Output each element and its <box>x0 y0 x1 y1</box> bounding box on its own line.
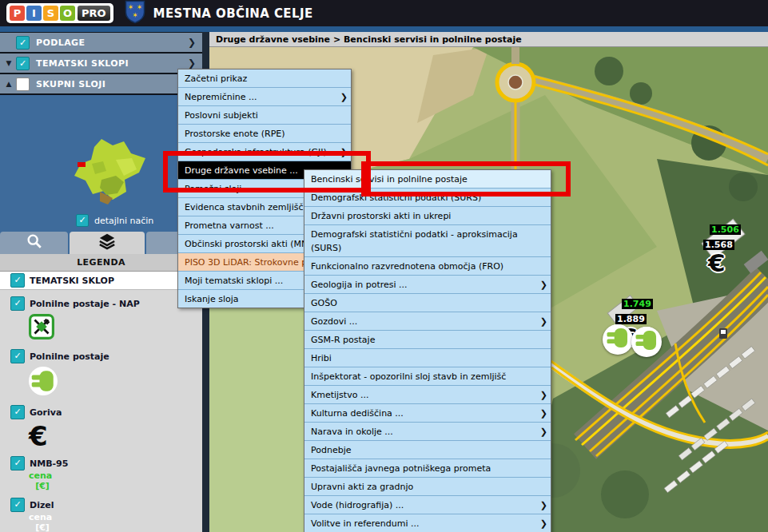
submenu-item[interactable]: Vode (hidrografija) ...❯ <box>304 496 551 514</box>
submenu-item[interactable]: Demografski statistični podatki (SURS) <box>304 189 551 207</box>
sidebar-tabs <box>0 232 202 254</box>
legend-item-row[interactable]: ✓Polnilne postaje <box>0 349 202 363</box>
svg-text:✶: ✶ <box>136 3 142 11</box>
submenu-item[interactable]: Funkcionalno razvrednotena območja (FRO) <box>304 257 551 276</box>
menu-item-label: Kulturna dediščina ... <box>311 408 404 419</box>
price-95: 1.506 <box>710 224 741 235</box>
expand-icon[interactable]: ▲ <box>2 80 16 88</box>
submenu-item[interactable]: GOŠO <box>304 294 551 312</box>
submenu-arrow-icon: ❯ <box>540 388 547 402</box>
layer-label: Dizel <box>30 500 54 510</box>
logo-letter-I: I <box>26 6 42 21</box>
legend-item-row[interactable]: ✓NMB-95 <box>0 456 202 470</box>
menu-item-label: Bencinski servisi in polnilne postaje <box>311 174 468 185</box>
submenu-item[interactable]: Podnebje <box>304 441 551 459</box>
submenu-item[interactable]: Državni prostorski akti in ukrepi <box>304 207 551 225</box>
section-label: PODLAGE <box>36 38 188 48</box>
submenu-item[interactable]: Postajališča javnega potniškega prometa <box>304 459 551 478</box>
menu-item-label: Občinski prostorski akti (MNVP) <box>185 239 323 249</box>
detail-mode-checkbox[interactable]: ✓ <box>76 214 89 227</box>
ev-plug-circle-icon <box>29 367 202 399</box>
tab-layers[interactable] <box>70 232 144 254</box>
submenu-item[interactable]: Geologija in potresi ...❯ <box>304 276 551 294</box>
detail-mode-toggle[interactable]: ✓ detajlni način <box>76 214 153 227</box>
price-top: 1.749 <box>622 295 653 310</box>
ev-charger-marker[interactable] <box>603 324 633 355</box>
layer-label: Polnilne postaje <box>30 351 109 362</box>
legend-item-row[interactable]: ✓Polnilne postaje - NAP <box>0 296 202 311</box>
chevron-right-icon: ❯ <box>188 37 196 48</box>
overview-map[interactable] <box>68 136 156 212</box>
submenu-arrow-icon: ❯ <box>540 278 547 292</box>
main-menu-item[interactable]: Gospodarska infrastruktura (GJI) ...❯ <box>178 143 351 161</box>
menu-item-label: Volitve in referendumi ... <box>311 518 420 529</box>
breadcrumb: Druge državne vsebine > Bencinski servis… <box>209 32 768 47</box>
submenu-item[interactable]: Kmetijstvo ...❯ <box>304 386 551 404</box>
legend-item: ✓Dizelcena[€] <box>0 498 202 532</box>
section-label: TEMATSKI SKLOPI <box>36 58 188 69</box>
submenu-item[interactable]: Hribi <box>304 349 551 367</box>
submenu-item[interactable]: Gozdovi ...❯ <box>304 312 551 331</box>
euro-marker-icon: € <box>708 251 741 275</box>
menu-item-label: Inšpektorat - opozorilni sloj stavb in z… <box>311 371 506 382</box>
menu-item-label: Narava in okolje ... <box>311 427 393 437</box>
layer-checkbox[interactable]: ✓ <box>10 498 25 512</box>
main-menu-item[interactable]: Poslovni subjekti <box>178 106 351 125</box>
legend-item: ✓Polnilne postaje <box>0 349 202 399</box>
layer-checkbox[interactable]: ✓ <box>10 456 25 470</box>
app-header: PISOPRO ✶ ✶ ✶ MESTNA OBČINA CELJE <box>0 0 768 26</box>
submenu-item[interactable]: Volitve in referendumi ...❯ <box>304 514 551 532</box>
main-menu-item[interactable]: Nepremičnine ...❯ <box>178 88 351 106</box>
fuel-pump-icon <box>719 328 727 339</box>
sidebar-section-podlage[interactable]: ✓PODLAGE❯ <box>0 32 202 54</box>
layer-checkbox[interactable]: ✓ <box>10 405 25 419</box>
submenu-item[interactable]: Kulturna dediščina ...❯ <box>304 404 551 423</box>
menu-item-label: Kmetijstvo ... <box>311 390 368 400</box>
menu-item-label: Pomožni sloji <box>185 184 241 194</box>
submenu-arrow-icon: ❯ <box>540 425 547 439</box>
sidebar-section-skupni-sloji[interactable]: ▲SKUPNI SLOJI <box>0 74 202 95</box>
section-checkbox[interactable] <box>16 77 30 91</box>
submenu-arrow-icon: ❯ <box>540 498 547 512</box>
legend-group-tematski-sklop[interactable]: ✓TEMATSKI SKLOP <box>0 272 202 290</box>
layer-sublabel: cena[€] <box>29 470 56 491</box>
legend-item-row[interactable]: ✓Goriva <box>0 405 202 419</box>
menu-item-label: Demografski statistični podatki (SURS) <box>311 193 481 203</box>
section-checkbox[interactable]: ✓ <box>16 57 30 70</box>
submenu-item[interactable]: Narava in okolje ...❯ <box>304 423 551 441</box>
ev-plug-icon <box>604 324 631 355</box>
submenu-item[interactable]: Inšpektorat - opozorilni sloj stavb in z… <box>304 367 551 386</box>
svg-text:✶: ✶ <box>127 3 133 11</box>
detail-mode-label: detajlni način <box>94 216 153 226</box>
menu-item-label: Druge državne vsebine ... <box>185 165 298 176</box>
main-menu-item[interactable]: Prostorske enote (RPE) <box>178 125 351 143</box>
layer-sublabel: cena[€] <box>29 512 56 532</box>
sidebar-section-tematski-sklopi[interactable]: ▼✓TEMATSKI SKLOPI❯ <box>0 54 202 74</box>
legend-group-checkbox[interactable]: ✓ <box>10 273 25 288</box>
main-menu-item[interactable]: Začetni prikaz <box>178 69 351 88</box>
collapse-icon[interactable]: ▼ <box>2 59 16 67</box>
legend-item-row[interactable]: ✓Dizel <box>0 498 202 512</box>
submenu-item[interactable]: GSM-R postaje <box>304 331 551 349</box>
menu-item-label: Gozdovi ... <box>311 316 357 327</box>
submenu-item[interactable]: Upravni akti za gradnjo <box>304 478 551 496</box>
piso-logo[interactable]: PISOPRO <box>6 3 113 23</box>
menu-item-label: Prometna varnost ... <box>185 220 274 231</box>
tab-search[interactable] <box>0 232 68 254</box>
menu-item-label: Podnebje <box>311 445 352 455</box>
section-checkbox[interactable]: ✓ <box>16 36 30 50</box>
layer-label: Polnilne postaje - NAP <box>30 299 140 309</box>
submenu-item[interactable]: Demografski statistični podatki - aproks… <box>304 225 551 257</box>
nap-plug-icon <box>29 314 202 343</box>
sidebar-sections: ✓PODLAGE❯▼✓TEMATSKI SKLOPI❯▲SKUPNI SLOJI <box>0 32 202 95</box>
menu-item-label: Upravni akti za gradnjo <box>311 482 413 492</box>
fuel-price-marker[interactable]: 1.5061.568€ <box>703 220 741 275</box>
layer-checkbox[interactable]: ✓ <box>10 349 25 363</box>
legend-item: ✓Goriva€ <box>0 405 202 450</box>
ev-charger-marker[interactable] <box>631 327 662 357</box>
menu-item-label: Gospodarska infrastruktura (GJI) ... <box>185 147 338 157</box>
menu-item-label: Poslovni subjekti <box>185 110 258 121</box>
submenu-item[interactable]: Bencinski servisi in polnilne postaje <box>304 170 551 189</box>
layer-label: Goriva <box>30 407 62 418</box>
layer-checkbox[interactable]: ✓ <box>10 296 25 311</box>
